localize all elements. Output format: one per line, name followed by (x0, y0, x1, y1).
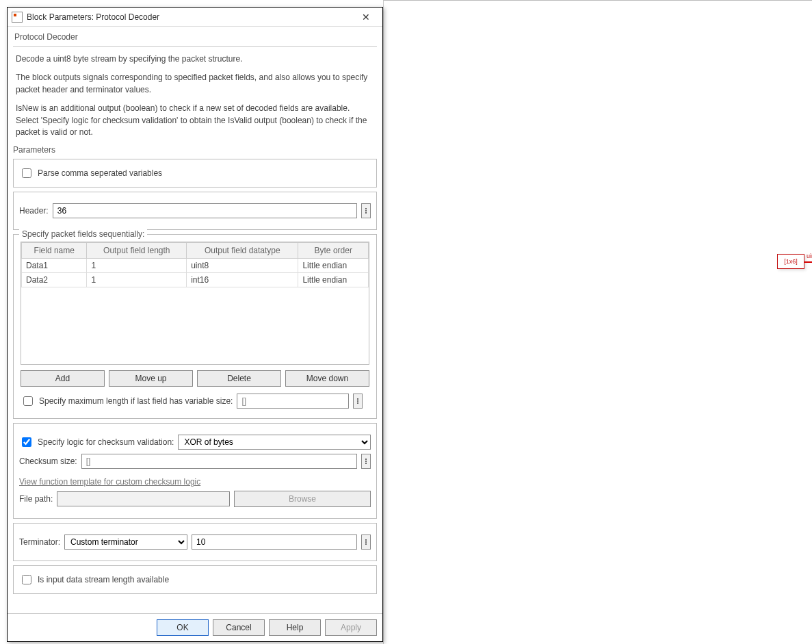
table-row[interactable]: Data1 1 uint8 Little endian (22, 259, 369, 273)
delete-button[interactable]: Delete (197, 370, 281, 387)
terminator-label: Terminator: (19, 537, 60, 547)
source-block[interactable]: [1x6] (777, 254, 804, 269)
max-length-label: Specify maximum length if last field has… (39, 396, 233, 406)
cell[interactable]: Data2 (22, 273, 87, 287)
help-button[interactable]: Help (269, 619, 321, 636)
max-length-more-icon[interactable] (353, 394, 363, 409)
cell[interactable]: Data1 (22, 259, 87, 273)
parse-csv-checkbox[interactable] (22, 168, 31, 178)
col-byte-order[interactable]: Byte order (298, 243, 369, 259)
cell[interactable]: 1 (87, 259, 187, 273)
stream-length-label: Is input data stream length available (38, 575, 169, 584)
cell[interactable]: uint8 (187, 259, 298, 273)
packet-fields-group-title: Specify packet fields sequentially: (19, 229, 147, 239)
packet-fields-table[interactable]: Field name Output field length Output fi… (21, 242, 369, 287)
header-input[interactable] (53, 203, 357, 218)
cell[interactable]: 1 (87, 273, 187, 287)
description-3: IsNew is an additional output (boolean) … (16, 103, 374, 138)
parameters-heading: Parameters (13, 145, 377, 155)
cell[interactable]: Little endian (298, 259, 369, 273)
col-output-length[interactable]: Output field length (87, 243, 187, 259)
ok-button[interactable]: OK (157, 619, 209, 636)
checksum-size-more-icon[interactable] (361, 454, 371, 469)
simulink-canvas[interactable]: [1x6] uint8 36 25 141 255 107 10 Data Da… (383, 0, 812, 644)
move-down-button[interactable]: Move down (285, 370, 369, 387)
close-icon[interactable]: ✕ (354, 12, 378, 23)
terminator-value-input[interactable] (192, 534, 357, 550)
checksum-size-label: Checksum size: (19, 456, 77, 466)
move-up-button[interactable]: Move up (109, 370, 193, 387)
parse-csv-label: Parse comma seperated variables (38, 168, 162, 178)
terminator-more-icon[interactable] (361, 534, 371, 550)
cell[interactable]: int16 (187, 273, 298, 287)
dialog-title: Block Parameters: Protocol Decoder (27, 12, 354, 22)
specify-checksum-checkbox[interactable] (22, 437, 31, 447)
specify-checksum-label: Specify logic for checksum validation: (38, 437, 174, 447)
header-label: Header: (19, 206, 49, 216)
stream-length-checkbox[interactable] (22, 575, 31, 584)
description-2: The block outputs signals corresponding … (16, 72, 374, 96)
col-field-name[interactable]: Field name (22, 243, 87, 259)
app-icon (12, 12, 23, 23)
cancel-button[interactable]: Cancel (213, 619, 265, 636)
filepath-input (57, 491, 230, 506)
col-output-datatype[interactable]: Output field datatype (187, 243, 298, 259)
add-button[interactable]: Add (21, 370, 105, 387)
table-row[interactable]: Data2 1 int16 Little endian (22, 273, 369, 287)
description-1: Decode a uint8 byte stream by specifying… (16, 53, 374, 65)
block-parameters-dialog: Block Parameters: Protocol Decoder ✕ Pro… (7, 7, 383, 642)
checksum-size-input (81, 454, 357, 469)
terminator-mode-select[interactable]: Custom terminator (64, 534, 187, 550)
header-more-icon[interactable] (361, 203, 371, 218)
signal-label-uint8: uint8 (807, 253, 812, 259)
titlebar[interactable]: Block Parameters: Protocol Decoder ✕ (8, 8, 382, 27)
view-template-link[interactable]: View function template for custom checks… (19, 477, 200, 487)
checksum-method-select[interactable]: XOR of bytes (178, 435, 371, 450)
block-name-heading: Protocol Decoder (13, 31, 377, 47)
browse-button[interactable]: Browse (234, 491, 371, 507)
wire (804, 261, 812, 263)
max-length-input (237, 394, 349, 409)
max-length-checkbox[interactable] (23, 396, 33, 406)
dialog-buttons: OK Cancel Help Apply (8, 613, 382, 641)
filepath-label: File path: (19, 494, 53, 504)
cell[interactable]: Little endian (298, 273, 369, 287)
apply-button[interactable]: Apply (325, 619, 377, 636)
